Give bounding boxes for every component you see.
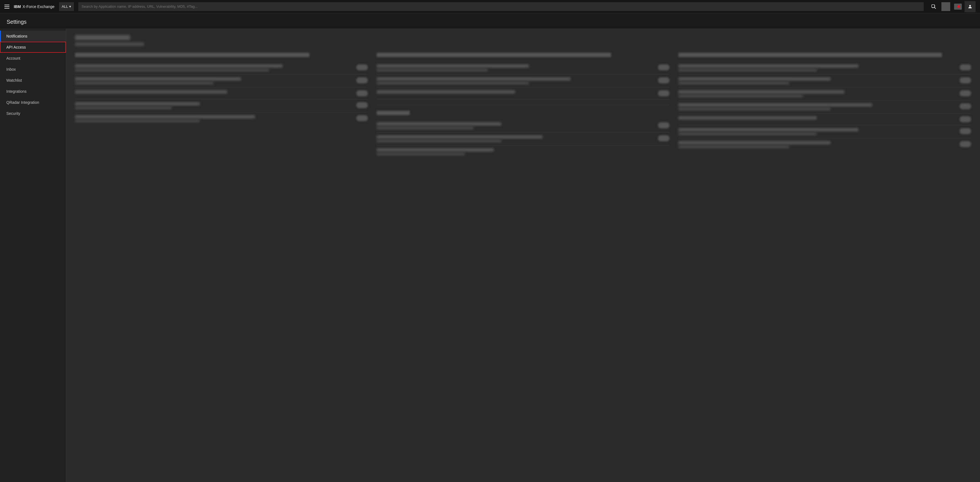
toggle-switch[interactable]: [658, 90, 670, 96]
toggle-switch[interactable]: [658, 77, 670, 83]
brand-logo: IBM X-Force Exchange: [14, 5, 55, 9]
sidebar-item-qradar[interactable]: QRadar Integration: [0, 97, 66, 108]
row-label-line: [678, 64, 858, 68]
row-label: [75, 115, 352, 122]
row-sublabel-line: [75, 107, 172, 109]
row-sublabel-line: [75, 69, 269, 72]
brand-xforce: X-Force Exchange: [22, 5, 55, 9]
row-sublabel-line: [377, 69, 487, 72]
toggle-switch[interactable]: [658, 122, 670, 128]
row-label: [377, 77, 654, 85]
toggle-switch[interactable]: [959, 116, 971, 122]
row-sublabel-line: [377, 127, 474, 129]
search-icon-button[interactable]: [928, 1, 939, 12]
toggle-switch[interactable]: [658, 64, 670, 70]
toggle-switch[interactable]: [959, 128, 971, 134]
search-input[interactable]: [78, 2, 924, 11]
toggle-switch[interactable]: [959, 103, 971, 109]
chevron-down-icon: ▾: [69, 5, 71, 8]
row-sublabel-line: [75, 120, 200, 122]
sidebar-item-security[interactable]: Security: [0, 108, 66, 119]
sidebar-item-watchlist[interactable]: Watchlist: [0, 75, 66, 86]
sidebar-item-label: Account: [6, 56, 21, 61]
user-avatar-button[interactable]: [964, 1, 975, 12]
scope-label: ALL: [62, 5, 68, 8]
row-label: [75, 64, 352, 72]
table-row: [377, 62, 670, 75]
row-label-line: [678, 141, 830, 144]
row-label-line: [75, 90, 227, 94]
hamburger-menu[interactable]: [5, 5, 10, 8]
toggle-switch[interactable]: [959, 141, 971, 147]
content-subtitle-blur: [75, 42, 144, 46]
sidebar-item-account[interactable]: Account: [0, 53, 66, 64]
row-label-line: [377, 64, 529, 68]
toggle-switch[interactable]: [356, 77, 368, 83]
toggle-switch[interactable]: [959, 64, 971, 70]
row-label: [678, 64, 955, 72]
sidebar-item-api-access[interactable]: API Access: [0, 41, 66, 53]
row-label: [678, 77, 955, 85]
table-row: [75, 75, 368, 88]
page-header: Settings: [0, 13, 980, 29]
table-row: [678, 75, 971, 88]
row-label-line: [678, 77, 830, 81]
table-row: [75, 88, 368, 99]
row-sublabel-line: [377, 82, 529, 85]
search-bar: [78, 2, 924, 11]
row-sublabel-line: [377, 153, 465, 155]
main-content: [66, 29, 980, 482]
row-label: [377, 122, 654, 129]
page: Settings Notifications API Access Accoun…: [0, 13, 980, 482]
col-2-header: [377, 53, 611, 57]
row-label-line: [678, 116, 817, 120]
row-label: [75, 77, 352, 85]
row-label: [678, 103, 955, 110]
sidebar: Notifications API Access Account Inbox: [0, 29, 66, 482]
row-label-line: [678, 90, 844, 94]
sidebar-item-inbox[interactable]: Inbox: [0, 64, 66, 75]
toggle-switch[interactable]: [356, 90, 368, 96]
table-row: [678, 138, 971, 151]
row-label-line: [377, 122, 501, 126]
sidebar-item-integrations[interactable]: Integrations: [0, 86, 66, 97]
row-label: [75, 90, 352, 94]
avatar-thumbnail[interactable]: [940, 1, 951, 12]
table-row: [377, 88, 670, 99]
notification-button[interactable]: [953, 1, 964, 12]
table-row: [377, 132, 670, 145]
row-sublabel-line: [75, 82, 213, 85]
row-sublabel-line: [678, 82, 789, 85]
toggle-switch[interactable]: [356, 102, 368, 108]
row-label: [678, 90, 955, 97]
table-row: [678, 101, 971, 113]
page-body: Notifications API Access Account Inbox: [0, 29, 980, 482]
toggle-switch[interactable]: [959, 90, 971, 96]
nav-icons: [928, 1, 975, 12]
toggle-switch[interactable]: [356, 115, 368, 121]
sidebar-item-label: Watchlist: [6, 78, 22, 83]
row-sublabel-line: [678, 69, 817, 72]
toggle-switch[interactable]: [959, 77, 971, 83]
toggle-switch[interactable]: [658, 135, 670, 141]
sidebar-item-label: QRadar Integration: [6, 100, 39, 105]
sidebar-item-notifications[interactable]: Notifications: [0, 30, 66, 41]
content-columns: [75, 53, 971, 158]
table-row: [377, 120, 670, 132]
table-row: [75, 62, 368, 75]
col-3-header: [678, 53, 942, 57]
table-row: [678, 125, 971, 138]
sidebar-item-label: API Access: [6, 45, 26, 49]
topnav: IBM X-Force Exchange ALL ▾: [0, 0, 980, 13]
search-scope-selector[interactable]: ALL ▾: [59, 2, 74, 11]
content-col-2: [377, 53, 670, 158]
row-sublabel-line: [377, 140, 501, 142]
row-sublabel-line: [678, 132, 817, 135]
table-row: [377, 145, 670, 158]
content-heading-section: [75, 35, 971, 46]
row-label-line: [75, 102, 200, 105]
row-sublabel-line: [678, 145, 789, 148]
sidebar-item-label: Security: [6, 111, 21, 116]
toggle-switch[interactable]: [356, 64, 368, 70]
row-label-line: [377, 77, 571, 81]
